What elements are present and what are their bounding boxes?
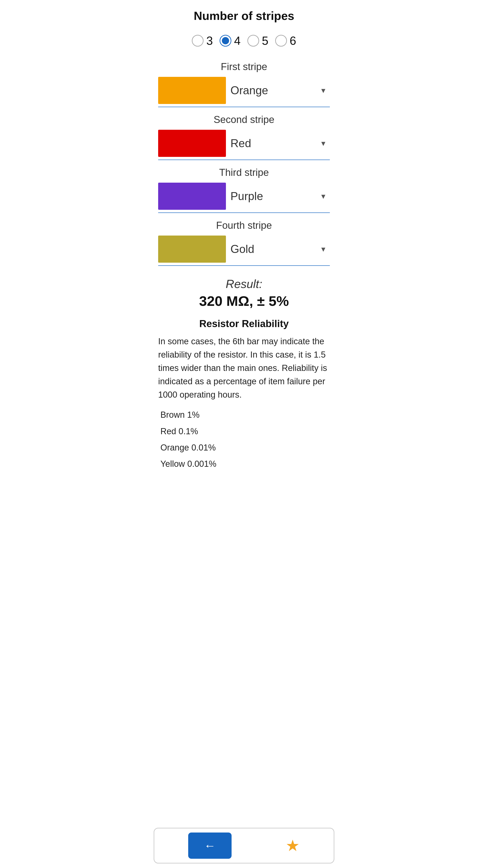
- color-swatch-fourth: [158, 236, 226, 263]
- dropdown-arrow-icon-fourth: ▾: [321, 244, 325, 254]
- result-label: Result:: [158, 277, 330, 291]
- stripes-radio-group: 3 4 5 6: [158, 34, 330, 48]
- bottom-bar: ← ★: [154, 828, 334, 864]
- dropdown-first[interactable]: Orange▾: [226, 84, 330, 97]
- dropdown-text-second: Red: [230, 137, 251, 150]
- stripe-section-third: Third stripePurple▾: [158, 167, 330, 213]
- stripe-label-fourth: Fourth stripe: [158, 220, 330, 231]
- reliability-list: Brown 1%Red 0.1%Orange 0.01%Yellow 0.001…: [158, 407, 330, 472]
- dropdown-arrow-icon-second: ▾: [321, 138, 325, 148]
- radio-option-6[interactable]: 6: [275, 34, 296, 48]
- stripe-section-second: Second stripeRed▾: [158, 114, 330, 160]
- back-button[interactable]: ←: [188, 833, 232, 859]
- back-arrow-icon: ←: [204, 839, 216, 852]
- result-section: Result: 320 MΩ, ± 5%: [158, 277, 330, 309]
- stripe-rows-container: First stripeOrange▾Second stripeRed▾Thir…: [158, 61, 330, 266]
- reliability-title: Resistor Reliability: [158, 318, 330, 329]
- dropdown-text-third: Purple: [230, 190, 263, 203]
- page-title: Number of stripes: [158, 9, 330, 23]
- dropdown-second[interactable]: Red▾: [226, 137, 330, 150]
- radio-circle-6[interactable]: [275, 35, 287, 46]
- stripe-label-second: Second stripe: [158, 114, 330, 125]
- reliability-section: Resistor Reliability In some cases, the …: [158, 318, 330, 472]
- dropdown-arrow-icon-third: ▾: [321, 191, 325, 201]
- color-swatch-first: [158, 77, 226, 104]
- radio-label-5: 5: [262, 34, 268, 48]
- reliability-list-item: Orange 0.01%: [160, 439, 330, 456]
- result-value: 320 MΩ, ± 5%: [158, 293, 330, 309]
- radio-option-4[interactable]: 4: [220, 34, 240, 48]
- radio-circle-4[interactable]: [220, 35, 231, 46]
- dropdown-text-first: Orange: [230, 84, 268, 97]
- star-icon: ★: [286, 837, 300, 855]
- reliability-list-item: Brown 1%: [160, 407, 330, 423]
- stripe-selector-third[interactable]: Purple▾: [158, 183, 330, 213]
- dropdown-arrow-icon-first: ▾: [321, 86, 325, 95]
- radio-option-5[interactable]: 5: [248, 34, 268, 48]
- reliability-list-item: Red 0.1%: [160, 423, 330, 439]
- stripe-label-first: First stripe: [158, 61, 330, 72]
- dropdown-fourth[interactable]: Gold▾: [226, 243, 330, 256]
- stripe-label-third: Third stripe: [158, 167, 330, 178]
- radio-label-6: 6: [290, 34, 296, 48]
- stripe-section-first: First stripeOrange▾: [158, 61, 330, 107]
- radio-circle-5[interactable]: [248, 35, 259, 46]
- reliability-description: In some cases, the 6th bar may indicate …: [158, 335, 330, 401]
- stripe-selector-fourth[interactable]: Gold▾: [158, 236, 330, 266]
- radio-label-3: 3: [206, 34, 213, 48]
- color-swatch-third: [158, 183, 226, 210]
- stripe-section-fourth: Fourth stripeGold▾: [158, 220, 330, 266]
- dropdown-text-fourth: Gold: [230, 243, 254, 256]
- radio-label-4: 4: [234, 34, 240, 48]
- reliability-list-item: Yellow 0.001%: [160, 456, 330, 472]
- radio-circle-3[interactable]: [192, 35, 203, 46]
- stripe-selector-second[interactable]: Red▾: [158, 130, 330, 160]
- radio-option-3[interactable]: 3: [192, 34, 213, 48]
- stripe-selector-first[interactable]: Orange▾: [158, 77, 330, 107]
- favorite-button[interactable]: ★: [286, 836, 300, 855]
- dropdown-third[interactable]: Purple▾: [226, 190, 330, 203]
- color-swatch-second: [158, 130, 226, 157]
